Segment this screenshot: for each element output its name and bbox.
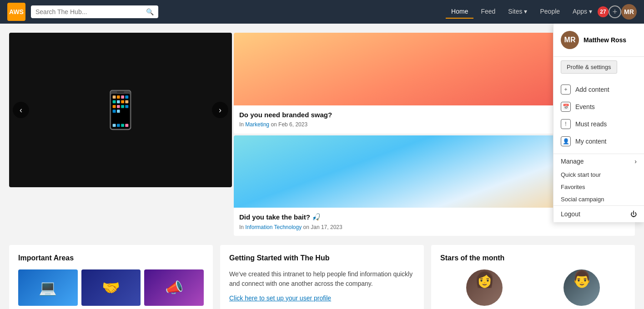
dropdown-manage[interactable]: Manage › [553,154,644,169]
getting-started-description: We've created this intranet to help peop… [229,269,415,289]
manage-chevron-icon: › [634,158,637,165]
setup-profile-link[interactable]: Click here to set up your user profile [229,294,331,302]
nav-people[interactable]: People [534,5,565,19]
dropdown-my-content[interactable]: 👤 My content [553,133,644,150]
dropdown-events-label: Events [575,103,595,110]
important-areas-card: Important Areas 💻 Information Technology… [9,245,213,309]
dropdown-logout[interactable]: Logout ⏻ [553,205,644,222]
star-item-1: 👩 Ning Hernandez Implementation Consulta… [440,269,528,309]
dropdown-add-content[interactable]: + Add content [553,81,644,98]
dropdown-add-content-label: Add content [575,86,609,93]
logout-label: Logout [561,210,580,218]
carousel-section: 📱 The Hub's Social Media Policy In Commu… [9,33,635,236]
sites-chevron-icon: ▾ [524,8,527,15]
area-item-it[interactable]: 💻 Information Technology Department -👥 5 [18,269,78,309]
apps-chevron-icon: ▾ [589,8,592,15]
area-image-hr: 🤝 [81,269,141,306]
carousel-main-image: 📱 [9,33,232,187]
stars-title: Stars of the month [440,254,626,262]
dropdown-social-campaign[interactable]: Social campaign [553,193,644,205]
user-avatar-button[interactable]: MR [621,4,637,20]
area-item-mkt[interactable]: 📣 Marketing Department -👥 2 [144,269,204,309]
area-image-it: 💻 [18,269,78,306]
star-item-2: 👨 Brendan Ballintine Customer Success Ma… [538,269,626,309]
dropdown-quick-start[interactable]: Quick start tour [553,169,644,181]
profile-settings-button[interactable]: Profile & settings [561,60,617,74]
carousel-side-category-1[interactable]: Marketing [245,121,269,128]
carousel-side-meta-2: In Information Technology on Jan 17, 202… [239,224,629,230]
search-input[interactable] [35,8,142,15]
search-bar: 🔍 [31,5,158,18]
star-avatar-1: 👩 [466,269,503,306]
notification-badge[interactable]: 27 [598,6,609,17]
important-areas-title: Important Areas [18,254,204,262]
carousel-main-item: 📱 The Hub's Social Media Policy In Commu… [9,33,232,187]
aws-logo[interactable]: AWS [7,3,25,21]
user-dropdown-menu: MR Matthew Ross Profile & settings + Add… [553,24,644,222]
search-icon: 🔍 [146,8,154,15]
nav-links: Home Feed Sites ▾ People Apps ▾ [446,5,598,19]
carousel-next-button[interactable]: › [212,102,228,118]
star-avatar-2: 👨 [564,269,600,306]
must-reads-icon: ! [561,119,571,129]
events-icon: 📅 [561,102,571,112]
area-item-hr[interactable]: 🤝 Global Human Resources Department -👥 7… [81,269,141,309]
nav-apps[interactable]: Apps ▾ [567,5,598,19]
add-content-button[interactable]: + [609,5,621,18]
stars-grid: 👩 Ning Hernandez Implementation Consulta… [440,269,626,309]
nav-home[interactable]: Home [446,5,473,19]
dropdown-user-name: Matthew Ross [584,36,626,44]
main-content: 📱 The Hub's Social Media Policy In Commu… [0,24,644,309]
stars-card: Stars of the month 👩 Ning Hernandez Impl… [431,245,635,309]
dropdown-manage-label: Manage [561,158,584,165]
dropdown-must-reads-label: Must reads [575,120,607,128]
getting-started-card: Getting Started with The Hub We've creat… [220,245,424,309]
area-image-mkt: 📣 [144,269,204,306]
carousel-side-category-2[interactable]: Information Technology [245,224,302,230]
dropdown-events[interactable]: 📅 Events [553,98,644,115]
bottom-grid: Important Areas 💻 Information Technology… [9,245,635,309]
nav-sites[interactable]: Sites ▾ [503,5,533,19]
dropdown-user-section: MR Matthew Ross [553,24,644,57]
dropdown-favorites[interactable]: Favorites [553,181,644,193]
dropdown-actions-section: + Add content 📅 Events ! Must reads 👤 My… [553,77,644,154]
logout-icon: ⏻ [630,210,637,218]
navbar: AWS 🔍 Home Feed Sites ▾ People Apps ▾ 27… [0,0,644,24]
dropdown-my-content-label: My content [575,138,606,145]
my-content-icon: 👤 [561,136,571,146]
nav-feed[interactable]: Feed [475,5,501,19]
dropdown-must-reads[interactable]: ! Must reads [553,115,644,133]
dropdown-avatar: MR [561,31,579,49]
areas-grid: 💻 Information Technology Department -👥 5… [18,269,204,309]
getting-started-title: Getting Started with The Hub [229,254,415,262]
carousel-prev-button[interactable]: ‹ [13,102,29,118]
add-content-icon: + [561,85,571,95]
